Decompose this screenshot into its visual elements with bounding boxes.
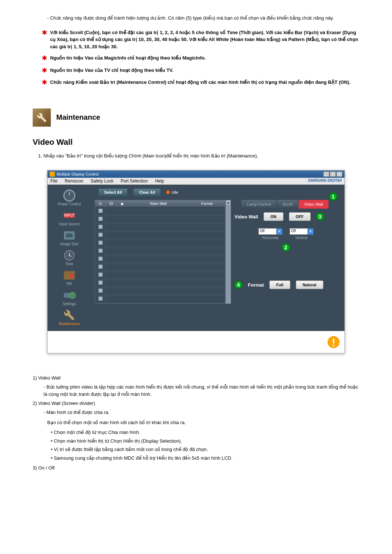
- wrench-icon: [33, 108, 51, 127]
- col-id[interactable]: ID: [106, 200, 117, 207]
- menu-help[interactable]: Help: [155, 178, 164, 184]
- horizontal-dropdown[interactable]: Off ▼: [258, 228, 282, 235]
- row-checkbox[interactable]: [98, 225, 103, 229]
- sidebar-time[interactable]: Time: [49, 248, 89, 267]
- sub-bullet: Chọn màn hình hiển thị từ Chọn Hiển thị …: [51, 438, 359, 445]
- clear-all-button[interactable]: Clear All: [133, 188, 161, 196]
- table-row[interactable]: [95, 247, 225, 255]
- marker-4: 4: [234, 281, 242, 289]
- star-icon: ✱: [42, 67, 47, 75]
- sub-bullet: Samsung cung cấp chương trình MDC để hỗ …: [51, 455, 359, 462]
- table-row[interactable]: [95, 208, 225, 216]
- desc-heading-2: 2) Video Wall (Screen divider): [33, 401, 359, 406]
- app-icon: [50, 172, 55, 177]
- step-1: 1. Nhấp vào "Bảo trì" trong cột Biểu tượ…: [38, 152, 359, 160]
- tab-videowall[interactable]: Video Wall: [299, 200, 328, 209]
- marker-3: 3: [316, 213, 324, 221]
- sidebar-power[interactable]: Power Control: [49, 188, 89, 208]
- row-checkbox[interactable]: [98, 249, 103, 253]
- row-checkbox[interactable]: [98, 217, 103, 221]
- select-all-button[interactable]: Select All: [98, 188, 128, 196]
- desc-heading-3: 3) On / Off: [33, 465, 359, 471]
- settings-icon: [62, 290, 77, 301]
- menu-remocon[interactable]: Remocon: [65, 178, 83, 184]
- bottom-bar: [48, 331, 344, 353]
- desc-text-1: - Bức tường phim video là tập hợp các mà…: [44, 383, 359, 398]
- table-row[interactable]: [95, 295, 225, 303]
- sidebar-settings[interactable]: Settings: [49, 288, 89, 307]
- table-row[interactable]: [95, 279, 225, 287]
- col-icon[interactable]: ◉: [117, 200, 128, 207]
- idle-status: Idle: [166, 190, 178, 194]
- row-checkbox[interactable]: [98, 272, 103, 277]
- svg-point-9: [69, 292, 75, 299]
- scrollbar[interactable]: ▲: [225, 200, 231, 304]
- marker-2: 2: [282, 243, 290, 251]
- pip-icon: [62, 270, 77, 281]
- chevron-down-icon[interactable]: ▼: [277, 228, 282, 235]
- full-button[interactable]: Full: [269, 280, 290, 289]
- table-row[interactable]: [95, 216, 225, 223]
- table-row[interactable]: [95, 239, 225, 247]
- sub-bullet: Vị trí sẽ được thiết lập bằng cách bấm m…: [51, 446, 359, 453]
- col-vw[interactable]: Video Wall: [128, 200, 189, 207]
- col-check[interactable]: ☑: [95, 200, 106, 207]
- maintenance-sidebar-icon: [62, 309, 77, 321]
- svg-rect-7: [69, 274, 74, 278]
- scroll-up[interactable]: ▲: [226, 200, 231, 205]
- table-row[interactable]: [95, 255, 225, 263]
- intro-bullet: - Chức năng này được dùng để tránh hiện …: [47, 15, 359, 22]
- maximize-button[interactable]: □: [330, 172, 336, 177]
- star-note-4: ✱ Chức năng Kiểm soát Bảo trì (Maintenan…: [42, 79, 359, 87]
- row-checkbox[interactable]: [98, 264, 103, 269]
- star-note-1: ✱ Với kiểu Scroll (Cuộn), bạn có thể đặt…: [42, 29, 359, 50]
- table-row[interactable]: [95, 271, 225, 279]
- star-icon: ✱: [42, 29, 47, 50]
- table-row[interactable]: [95, 287, 225, 295]
- sidebar-input[interactable]: INPUT Input Source: [49, 208, 89, 227]
- on-button[interactable]: ON: [264, 212, 283, 221]
- menu-safety[interactable]: Safety Lock: [91, 178, 114, 184]
- vertical-dropdown[interactable]: Off ▼: [290, 228, 314, 235]
- menu-file[interactable]: File: [50, 178, 57, 184]
- row-checkbox[interactable]: [98, 280, 103, 285]
- row-checkbox[interactable]: [98, 233, 103, 237]
- chevron-down-icon[interactable]: ▼: [308, 228, 314, 235]
- row-checkbox[interactable]: [98, 288, 103, 293]
- off-button[interactable]: OFF: [289, 212, 311, 221]
- menu-port[interactable]: Port Selection: [121, 178, 148, 184]
- sidebar-pip[interactable]: PIP: [49, 268, 89, 287]
- row-checkbox[interactable]: [98, 296, 103, 301]
- format-label: Format: [248, 282, 264, 288]
- star-icon: ✱: [42, 79, 47, 87]
- power-icon: [62, 190, 77, 201]
- tab-lamp[interactable]: Lamp Control: [241, 200, 276, 209]
- app-window: Multiple Display Control _ □ × File Remo…: [47, 170, 345, 353]
- image-icon: [62, 230, 77, 241]
- svg-rect-12: [333, 338, 334, 344]
- desc-heading-1: 1) Video Wall: [33, 375, 359, 381]
- sub-bullet: Chọn một chế độ từ mục Chia màn hình.: [51, 429, 359, 436]
- table-row[interactable]: [95, 263, 225, 271]
- star-note-3: ✱ Nguồn tín hiệu Vào của TV chỉ hoạt độn…: [42, 67, 359, 75]
- menubar: File Remocon Safety Lock Port Selection …: [48, 178, 344, 185]
- tab-scroll[interactable]: Scroll: [277, 200, 298, 209]
- col-format[interactable]: Format: [189, 200, 225, 207]
- star-icon: ✱: [42, 54, 47, 62]
- table-row[interactable]: [95, 231, 225, 239]
- star-note-2: ✱ Nguồn tín hiệu Vào của MagicInfo chỉ h…: [42, 54, 359, 62]
- window-title: Multiple Display Control: [57, 172, 99, 176]
- input-icon: INPUT: [62, 210, 77, 221]
- svg-rect-4: [66, 234, 73, 237]
- natural-button[interactable]: Natural: [296, 280, 323, 289]
- warning-icon: [326, 335, 341, 349]
- table-row[interactable]: [95, 223, 225, 231]
- row-checkbox[interactable]: [98, 241, 103, 245]
- row-checkbox[interactable]: [98, 257, 103, 261]
- row-checkbox[interactable]: [98, 209, 103, 213]
- minimize-button[interactable]: _: [323, 172, 329, 177]
- sidebar-image[interactable]: Image Size: [49, 228, 89, 247]
- close-button[interactable]: ×: [336, 172, 342, 177]
- sidebar-maintenance[interactable]: Maintenance: [49, 308, 89, 327]
- brand-label: SAMSUNG DIGITAll: [308, 178, 342, 184]
